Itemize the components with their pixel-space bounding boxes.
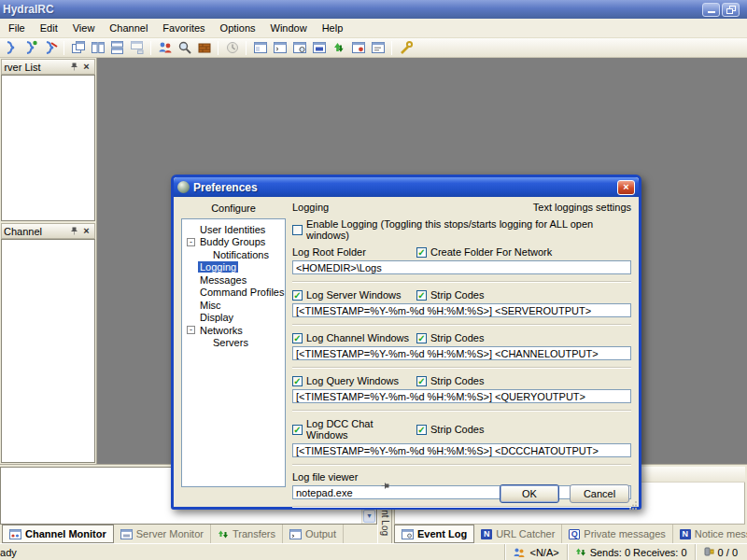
- checkbox-checked[interactable]: ✓: [416, 376, 427, 386]
- log-query-windows-checkbox[interactable]: ✓Log Query Windows: [292, 375, 416, 386]
- tree-item-user-identities[interactable]: User Identities: [184, 223, 283, 236]
- dcc-chat-log-format-input[interactable]: [292, 443, 631, 457]
- pin-icon[interactable]: [68, 61, 80, 73]
- tree-item-servers[interactable]: Servers: [184, 337, 283, 350]
- toolbar-separator: [391, 41, 392, 55]
- tab-event-log[interactable]: Event Log: [394, 525, 474, 543]
- tab-transfers[interactable]: Transfers: [211, 525, 283, 543]
- tab-private-messages[interactable]: Q Private messages: [562, 525, 672, 543]
- menu-channel[interactable]: Channel: [102, 20, 155, 36]
- left-dock-column: Server List × Channel ×: [0, 58, 97, 464]
- scroll-down-icon[interactable]: ▼: [363, 510, 375, 523]
- cancel-button[interactable]: Cancel: [570, 484, 629, 503]
- tile-vertical-icon[interactable]: [89, 39, 106, 56]
- channel-title: Channel: [4, 226, 68, 237]
- log-channel-windows-checkbox[interactable]: ✓Log Channel Windows: [292, 332, 416, 343]
- toolbar-separator: [63, 41, 64, 55]
- tree-item-command-profiles[interactable]: Command Profiles: [184, 287, 283, 300]
- tree-item-logging[interactable]: Logging: [184, 261, 283, 274]
- close-icon[interactable]: ×: [80, 225, 92, 237]
- strip-codes-checkbox[interactable]: ✓Strip Codes: [416, 424, 484, 435]
- strip-codes-checkbox[interactable]: ✓Strip Codes: [416, 375, 484, 386]
- tab-url-catcher[interactable]: N URL Catcher: [474, 525, 562, 543]
- toolbar-separator: [246, 41, 247, 55]
- checkbox-checked[interactable]: ✓: [292, 290, 303, 301]
- collapse-icon[interactable]: -: [187, 238, 195, 246]
- menu-window[interactable]: Window: [263, 20, 315, 36]
- channel-log-format-input[interactable]: [292, 346, 631, 360]
- menu-view[interactable]: View: [65, 20, 103, 36]
- toolbar: [0, 38, 747, 58]
- log-root-folder-input[interactable]: [292, 260, 631, 274]
- address-book-icon[interactable]: [156, 39, 174, 56]
- section-subtitle: Text loggings settings: [533, 202, 631, 213]
- strip-codes-checkbox[interactable]: ✓Strip Codes: [416, 289, 484, 301]
- checkbox-checked[interactable]: ✓: [416, 247, 427, 258]
- tab-server-monitor[interactable]: Server Monitor: [114, 525, 211, 543]
- firewall-icon[interactable]: [195, 39, 213, 56]
- checkbox-checked[interactable]: ✓: [416, 425, 427, 435]
- checkbox-checked[interactable]: ✓: [292, 376, 303, 386]
- minimize-button[interactable]: [702, 3, 720, 17]
- create-folder-checkbox[interactable]: ✓ Create Folder For Network: [416, 246, 552, 258]
- strip-codes-checkbox[interactable]: ✓Strip Codes: [416, 332, 484, 343]
- log-dcc-chat-windows-checkbox[interactable]: ✓Log DCC Chat Windows: [292, 418, 416, 441]
- tree-item-misc[interactable]: Misc: [184, 299, 283, 312]
- disconnect-icon[interactable]: [41, 39, 59, 56]
- pin-icon[interactable]: [381, 482, 389, 490]
- toggle-output-icon[interactable]: [271, 39, 289, 56]
- checkbox-checked[interactable]: ✓: [416, 333, 427, 343]
- tree-item-networks[interactable]: -Networks: [184, 324, 283, 337]
- menu-favorites[interactable]: Favorites: [155, 20, 212, 36]
- tree-item-buddy-groups[interactable]: -Buddy Groups: [184, 236, 283, 249]
- history-icon[interactable]: [223, 39, 241, 56]
- server-log-format-input[interactable]: [292, 303, 631, 317]
- checkbox-unchecked[interactable]: [292, 225, 303, 235]
- preferences-icon[interactable]: [397, 39, 415, 56]
- tab-output[interactable]: Output: [283, 525, 344, 543]
- search-icon[interactable]: [176, 39, 193, 56]
- toggle-notice-messages-icon[interactable]: [369, 39, 387, 56]
- tree-item-notifications[interactable]: Notifications: [184, 248, 283, 261]
- menu-options[interactable]: Options: [213, 20, 263, 36]
- checkbox-checked[interactable]: ✓: [416, 290, 427, 301]
- dialog-title: Preferences: [193, 181, 613, 194]
- resize-grip[interactable]: [628, 500, 638, 510]
- menu-help[interactable]: Help: [315, 20, 351, 36]
- checkbox-checked[interactable]: ✓: [292, 425, 303, 435]
- ok-button[interactable]: OK: [500, 484, 559, 503]
- tree-item-messages[interactable]: Messages: [184, 273, 283, 287]
- log-server-windows-checkbox[interactable]: ✓Log Server Windows: [292, 289, 416, 301]
- query-log-format-input[interactable]: [292, 389, 631, 403]
- pin-icon[interactable]: [68, 225, 80, 237]
- server-list-body[interactable]: [1, 75, 95, 221]
- enable-logging-checkbox[interactable]: Enable Logging (Toggling this stops/star…: [292, 218, 631, 241]
- preferences-dialog-icon: [177, 181, 190, 193]
- toggle-event-log-icon[interactable]: [290, 39, 308, 56]
- dialog-close-button[interactable]: ×: [617, 180, 635, 195]
- arrange-windows-icon[interactable]: [128, 39, 146, 56]
- restore-button[interactable]: [722, 3, 740, 17]
- dialog-titlebar[interactable]: Preferences ×: [174, 177, 639, 197]
- tab-channel-monitor[interactable]: Channel Monitor: [2, 525, 114, 543]
- tree-item-display[interactable]: Display: [184, 312, 283, 325]
- checkbox-checked[interactable]: ✓: [292, 333, 303, 343]
- connect-new-icon[interactable]: [21, 39, 39, 56]
- menu-bar: File Edit View Channel Favorites Options…: [0, 19, 747, 38]
- menu-file[interactable]: File: [1, 20, 33, 36]
- toggle-private-messages-icon[interactable]: [349, 39, 367, 56]
- collapse-icon[interactable]: -: [187, 326, 195, 334]
- section-title: Logging: [292, 202, 329, 213]
- toggle-url-catcher-icon[interactable]: [310, 39, 328, 56]
- server-list-header: Server List ×: [1, 59, 95, 75]
- close-icon[interactable]: ×: [80, 61, 92, 73]
- log-root-folder-label: Log Root Folder: [292, 246, 416, 258]
- toggle-transfers-icon[interactable]: [330, 39, 347, 56]
- tile-horizontal-icon[interactable]: [108, 39, 126, 56]
- connect-icon[interactable]: [2, 39, 20, 56]
- menu-edit[interactable]: Edit: [33, 20, 65, 36]
- channel-body[interactable]: [1, 239, 95, 463]
- tab-notice-messages[interactable]: N Notice messages: [673, 525, 747, 543]
- cascade-windows-icon[interactable]: [69, 39, 87, 56]
- toggle-server-list-icon[interactable]: [251, 39, 269, 56]
